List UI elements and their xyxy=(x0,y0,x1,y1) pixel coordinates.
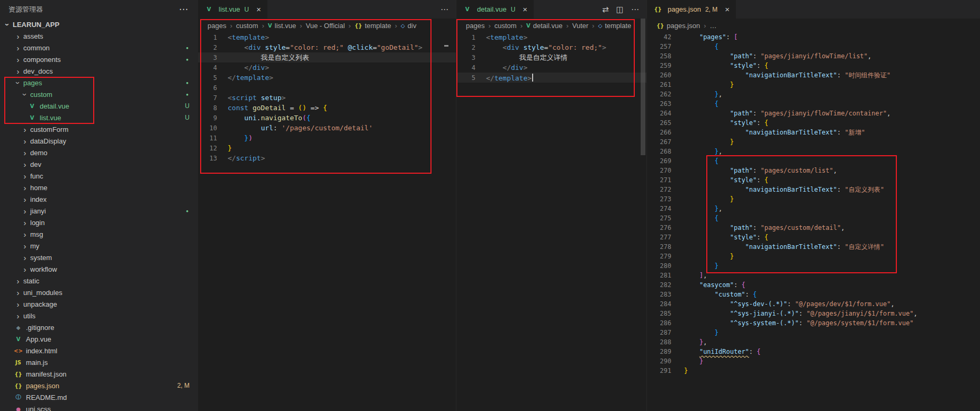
code-line-10[interactable]: 10 url: '/pages/custom/detail' xyxy=(198,123,456,133)
tree-item-dev-docs[interactable]: dev_docs xyxy=(0,65,198,77)
code-line-275[interactable]: 275 { xyxy=(647,213,980,223)
code-line-286[interactable]: 286 "^sys-system-(.*)": "@/pages/system/… xyxy=(647,318,980,328)
tab-pages-json[interactable]: {}pages.json2, M× xyxy=(647,0,736,19)
code-line-4[interactable]: 4 </div> xyxy=(456,62,646,73)
code-line-2[interactable]: 2 <div style="color: red;" @click="goDet… xyxy=(198,42,456,52)
tree-item-unpackage[interactable]: unpackage xyxy=(0,298,198,310)
code-line-283[interactable]: 283 "custom": { xyxy=(647,290,980,299)
explorer-more-actions-icon[interactable]: ⋯ xyxy=(179,4,188,15)
tree-item-dev[interactable]: dev xyxy=(0,158,198,170)
code-line-263[interactable]: 263 { xyxy=(647,99,980,109)
tree-item-datadisplay[interactable]: dataDisplay xyxy=(0,135,198,147)
code-line-288[interactable]: 288 }, xyxy=(647,337,980,347)
close-icon[interactable]: × xyxy=(523,5,527,14)
breadcrumb-item-list-vue[interactable]: Vlist.vue xyxy=(268,22,296,30)
code-line-4[interactable]: 4 </div> xyxy=(198,62,456,73)
breadcrumb-item-pages-json[interactable]: {}pages.json xyxy=(657,22,700,30)
tree-item-manifest-json[interactable]: {}manifest.json xyxy=(0,368,198,380)
breadcrumb-item-[interactable]: … xyxy=(709,22,716,30)
close-icon[interactable]: × xyxy=(256,5,261,14)
code-line-278[interactable]: 278 "navigationBarTitleText": "自定义详情" xyxy=(647,242,980,252)
tree-item-static[interactable]: static xyxy=(0,275,198,287)
code-line-291[interactable]: 291} xyxy=(647,366,980,376)
compare-icon[interactable]: ⇄ xyxy=(602,5,609,14)
tree-item-jianyi[interactable]: jianyi● xyxy=(0,205,198,217)
tree-item-uni-modules[interactable]: uni_modules xyxy=(0,287,198,298)
breadcrumb-item-detail-vue[interactable]: Vdetail.vue xyxy=(526,22,562,30)
tree-item-utils[interactable]: utils xyxy=(0,310,198,321)
code-line-277[interactable]: 277 "style": { xyxy=(647,233,980,242)
code-line-12[interactable]: 12} xyxy=(198,143,456,153)
code-line-272[interactable]: 272 "navigationBarTitleText": "自定义列表" xyxy=(647,185,980,194)
tree-item-system[interactable]: system xyxy=(0,252,198,263)
breadcrumb-item-vuter[interactable]: Vuter xyxy=(572,22,589,30)
code-line-268[interactable]: 268 }, xyxy=(647,147,980,156)
code-line-1[interactable]: 1<template> xyxy=(198,32,456,42)
tree-item-custom[interactable]: custom● xyxy=(0,88,198,100)
more-actions-icon[interactable]: ⋯ xyxy=(631,5,639,14)
code-line-280[interactable]: 280 } xyxy=(647,261,980,271)
tree-item-pages-json[interactable]: {}pages.json2, M xyxy=(0,380,198,391)
tree-item-workflow[interactable]: workflow xyxy=(0,263,198,275)
breadcrumb-item-pages[interactable]: pages xyxy=(208,22,226,30)
code-line-3[interactable]: 3 我是自定义详情 xyxy=(456,52,646,62)
code-editor[interactable]: 1<template>2 <div style="color: red;">3 … xyxy=(456,32,646,411)
code-line-9[interactable]: 9 uni.navigateTo({ xyxy=(198,113,456,123)
breadcrumb-item-template[interactable]: {}template xyxy=(355,22,391,30)
code-line-267[interactable]: 267 } xyxy=(647,137,980,147)
code-line-270[interactable]: 270 "path": "pages/custom/list", xyxy=(647,166,980,175)
more-actions-icon[interactable]: ⋯ xyxy=(440,5,448,14)
split-editor-icon[interactable]: ◫ xyxy=(616,5,624,14)
scrollbar-thumb[interactable] xyxy=(641,19,645,155)
tree-item-demo[interactable]: demo xyxy=(0,147,198,158)
code-line-3[interactable]: 3 我是自定义列表 xyxy=(198,52,456,62)
code-line-13[interactable]: 13</script> xyxy=(198,153,456,163)
tree-item-list-vue[interactable]: Vlist.vueU xyxy=(0,112,198,123)
close-icon[interactable]: × xyxy=(725,5,730,14)
code-line-258[interactable]: 258 "path": "pages/jianyi/flowTime/list"… xyxy=(647,51,980,61)
code-line-259[interactable]: 259 "style": { xyxy=(647,61,980,70)
tree-item-gitignore[interactable]: ◆.gitignore xyxy=(0,321,198,333)
breadcrumb-item-custom[interactable]: custom xyxy=(495,22,517,30)
breadcrumb-item-template[interactable]: ◇template xyxy=(598,22,632,30)
code-line-264[interactable]: 264 "path": "pages/jianyi/flowTime/conta… xyxy=(647,109,980,118)
code-line-8[interactable]: 8const goDetail = () => { xyxy=(198,103,456,113)
code-line-261[interactable]: 261 } xyxy=(647,80,980,90)
tree-item-components[interactable]: components● xyxy=(0,53,198,65)
code-line-285[interactable]: 285 "^sys-jianyi-(.*)": "@/pages/jianyi/… xyxy=(647,309,980,318)
code-line-287[interactable]: 287 } xyxy=(647,328,980,337)
code-line-11[interactable]: 11 }) xyxy=(198,133,456,143)
code-line-271[interactable]: 271 "style": { xyxy=(647,175,980,185)
code-line-265[interactable]: 265 "style": { xyxy=(647,118,980,128)
breadcrumb-item-div[interactable]: ◇div xyxy=(401,22,416,30)
code-editor[interactable]: 42 "pages": [257 {258 "path": "pages/jia… xyxy=(647,32,980,411)
breadcrumb-item-pages[interactable]: pages xyxy=(466,22,484,30)
breadcrumb-item-custom[interactable]: custom xyxy=(236,22,258,30)
tree-item-pages[interactable]: pages● xyxy=(0,77,198,88)
code-line-276[interactable]: 276 "path": "pages/custom/detail", xyxy=(647,223,980,233)
code-line-42[interactable]: 42 "pages": [ xyxy=(647,32,980,42)
tree-item-customform[interactable]: customForm xyxy=(0,123,198,135)
code-line-1[interactable]: 1<template> xyxy=(456,32,646,42)
code-line-260[interactable]: 260 "navigationBarTitleText": "时间组件验证" xyxy=(647,70,980,80)
code-line-281[interactable]: 281 ], xyxy=(647,271,980,280)
tree-item-common[interactable]: common● xyxy=(0,42,198,53)
tab-list-vue[interactable]: Vlist.vueU× xyxy=(198,0,268,19)
code-line-273[interactable]: 273 } xyxy=(647,194,980,204)
tree-item-app-vue[interactable]: VApp.vue xyxy=(0,333,198,345)
tree-item-func[interactable]: func xyxy=(0,170,198,182)
tree-item-main-js[interactable]: JSmain.js xyxy=(0,356,198,368)
code-line-257[interactable]: 257 { xyxy=(647,42,980,51)
breadcrumb-item-vue-official[interactable]: Vue - Official xyxy=(306,22,345,30)
code-line-274[interactable]: 274 }, xyxy=(647,204,980,213)
tree-item-home[interactable]: home xyxy=(0,182,198,193)
tree-item-uni-scss[interactable]: ●uni.scss xyxy=(0,403,198,411)
tree-item-readme-md[interactable]: ⓘREADME.md xyxy=(0,391,198,403)
code-line-262[interactable]: 262 }, xyxy=(647,90,980,99)
code-line-284[interactable]: 284 "^sys-dev-(.*)": "@/pages/dev/$1/for… xyxy=(647,299,980,309)
code-line-290[interactable]: 290 } xyxy=(647,356,980,366)
code-line-2[interactable]: 2 <div style="color: red;"> xyxy=(456,42,646,52)
tree-item-msg[interactable]: msg xyxy=(0,228,198,240)
code-line-282[interactable]: 282 "easycom": { xyxy=(647,280,980,290)
tree-item-index[interactable]: index xyxy=(0,193,198,205)
